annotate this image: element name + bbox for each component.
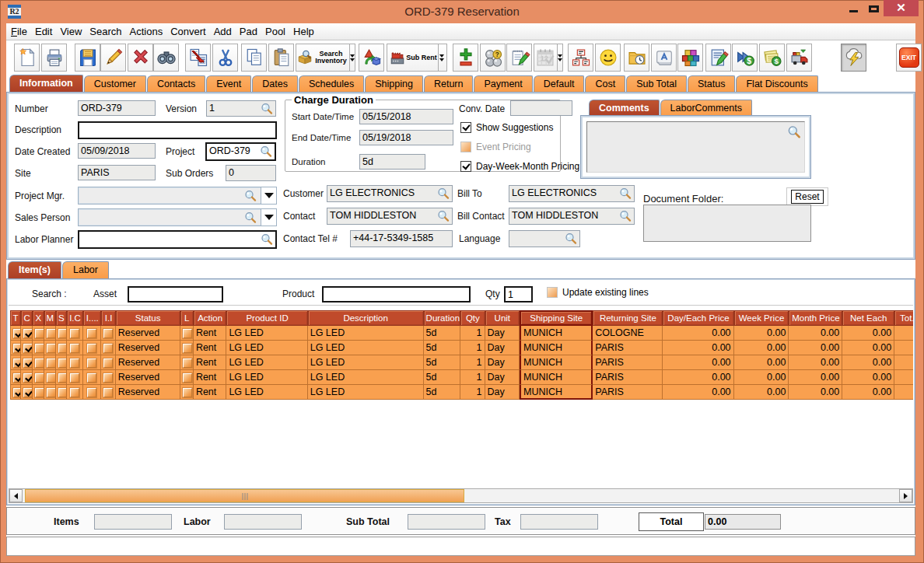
cell-s[interactable] — [56, 341, 67, 355]
column-header-m[interactable]: M — [44, 310, 56, 326]
document-edit-button[interactable] — [705, 44, 731, 72]
dropdown-arrows-icon[interactable] — [349, 44, 355, 71]
column-header-tot[interactable]: Tot... — [894, 310, 913, 326]
new-document-button[interactable] — [14, 44, 40, 72]
description-field[interactable] — [78, 121, 277, 139]
search-icon[interactable] — [243, 189, 257, 203]
checkbox[interactable] — [460, 122, 471, 133]
cell-c[interactable] — [21, 326, 33, 341]
cell-idots[interactable] — [83, 370, 101, 385]
menu-item-convert[interactable]: Convert — [166, 24, 210, 39]
lightning-button[interactable] — [841, 44, 866, 72]
customer-field[interactable]: LG ELECTRONICS — [327, 185, 453, 202]
row-checkbox[interactable] — [58, 344, 67, 353]
tab-event[interactable]: Event — [206, 75, 251, 92]
cell-c[interactable] — [21, 355, 33, 370]
cell-idots[interactable] — [83, 326, 101, 341]
menu-item-view[interactable]: View — [56, 24, 86, 39]
dropdown-arrows-icon[interactable] — [438, 44, 445, 71]
row-checkbox[interactable] — [35, 344, 44, 353]
column-header-net_each[interactable]: Net Each — [842, 310, 894, 326]
cell-x[interactable] — [33, 326, 44, 341]
cell-ic[interactable] — [67, 385, 83, 400]
row-checkbox[interactable] — [35, 373, 44, 383]
row-checkbox[interactable] — [23, 344, 33, 353]
cell-x[interactable] — [33, 385, 44, 400]
edit-pencil-button[interactable] — [100, 44, 126, 72]
search-inventory-button[interactable]: Search Inventory — [296, 44, 355, 72]
row-checkbox[interactable] — [183, 388, 192, 397]
cell-c[interactable] — [21, 385, 33, 400]
paste-button[interactable] — [268, 44, 294, 72]
cell-s[interactable] — [56, 355, 67, 370]
end-date-field[interactable]: 05/19/2018 — [359, 130, 453, 145]
row-checkbox[interactable] — [23, 358, 33, 368]
row-checkbox[interactable] — [13, 344, 21, 353]
site-field[interactable]: PARIS — [78, 165, 156, 180]
cell-m[interactable] — [44, 370, 56, 385]
labor-total-field[interactable] — [224, 514, 302, 530]
binoculars-button[interactable] — [153, 44, 179, 72]
cell-idots[interactable] — [83, 355, 101, 370]
cell-l[interactable] — [180, 326, 194, 341]
cell-idots[interactable] — [83, 341, 101, 355]
column-header-description[interactable]: Description — [308, 310, 424, 326]
row-checkbox[interactable] — [183, 344, 192, 353]
column-header-x[interactable]: X — [33, 310, 44, 326]
combo-dropdown-icon[interactable] — [261, 209, 276, 226]
tab-default[interactable]: Default — [534, 75, 585, 92]
cell-ii[interactable] — [101, 370, 115, 385]
cell-s[interactable] — [56, 326, 67, 341]
checkbox[interactable] — [460, 161, 471, 172]
menu-item-add[interactable]: Add — [210, 24, 236, 39]
row-checkbox[interactable] — [103, 344, 113, 353]
column-header-month_price[interactable]: Month Price — [789, 310, 842, 326]
number-field[interactable]: ORD-379 — [78, 100, 156, 116]
row-checkbox[interactable] — [47, 358, 56, 368]
column-header-s[interactable]: S — [56, 310, 67, 326]
row-checkbox[interactable] — [47, 344, 56, 353]
search-icon[interactable] — [260, 233, 274, 247]
pool-balls-button[interactable] — [480, 44, 506, 72]
bill-contact-field[interactable]: TOM HIDDLESTON — [509, 208, 635, 225]
scrollbar-thumb[interactable] — [25, 489, 464, 502]
qty-input[interactable]: 1 — [504, 286, 533, 302]
cell-ii[interactable] — [101, 355, 115, 370]
cut-button[interactable] — [212, 44, 238, 72]
language-field[interactable] — [509, 230, 580, 247]
cell-x[interactable] — [33, 355, 44, 370]
column-header-action[interactable]: Action — [194, 310, 227, 326]
row-checkbox[interactable] — [183, 373, 192, 383]
factory-button[interactable]: Sub Rent — [387, 44, 447, 72]
row-checkbox[interactable] — [87, 344, 96, 353]
notepad-edit-button[interactable] — [506, 44, 532, 72]
contact-field[interactable]: TOM HIDDLESTON — [327, 208, 453, 225]
column-header-week_price[interactable]: Week Price — [734, 310, 789, 326]
cell-t[interactable] — [10, 355, 21, 370]
cell-t[interactable] — [10, 370, 21, 385]
row-checkbox[interactable] — [13, 388, 21, 397]
row-checkbox[interactable] — [35, 358, 44, 368]
save-button[interactable] — [75, 44, 100, 72]
tab-laborcomments[interactable]: LaborComments — [660, 100, 752, 117]
org-chart-button[interactable] — [568, 44, 593, 72]
bill-to-field[interactable]: LG ELECTRONICS — [509, 185, 635, 202]
sub-orders-field[interactable]: 0 — [226, 165, 276, 181]
cell-c[interactable] — [21, 370, 33, 385]
dropdown-arrows-icon[interactable] — [557, 44, 562, 71]
add-remove-button[interactable] — [453, 44, 478, 72]
comments-textarea[interactable] — [586, 121, 805, 173]
cell-t[interactable] — [10, 341, 21, 355]
show-suggestions-checkbox[interactable]: Show Suggestions — [460, 122, 553, 133]
row-checkbox[interactable] — [13, 358, 21, 368]
column-header-product_id[interactable]: Product ID — [226, 310, 307, 326]
event-pricing-checkbox[interactable]: Event Pricing — [460, 142, 531, 152]
cell-l[interactable] — [180, 385, 194, 400]
menu-item-search[interactable]: Search — [86, 24, 125, 39]
cell-ii[interactable] — [101, 341, 115, 355]
tab-status[interactable]: Status — [688, 75, 735, 92]
cell-m[interactable] — [44, 385, 56, 400]
row-checkbox[interactable] — [103, 329, 113, 338]
column-header-t[interactable]: T — [10, 310, 21, 326]
row-checkbox[interactable] — [87, 329, 96, 338]
